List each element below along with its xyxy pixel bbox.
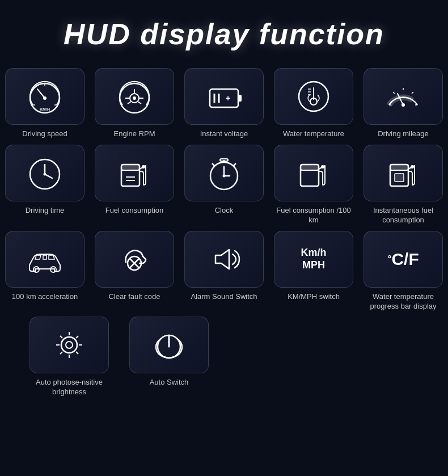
svg-text:KM/H: KM/H [40, 107, 50, 111]
water-temp-icon [294, 77, 333, 116]
km-mph-label: KM/MPH switch [288, 292, 340, 302]
driving-mileage-icon-box [364, 68, 443, 125]
feature-driving-speed: KM/H Driving speed [5, 68, 84, 139]
feature-driving-mileage: Driving mileage [364, 68, 443, 139]
svg-line-30 [393, 92, 395, 94]
svg-rect-16 [238, 95, 242, 102]
auto-brightness-icon-box [29, 317, 109, 373]
svg-point-26 [401, 103, 405, 107]
svg-line-47 [234, 163, 236, 166]
page-header: HUD display function [0, 0, 448, 62]
cf-text: C/F [391, 250, 419, 269]
water-temp-label: Water temperature [283, 129, 344, 139]
feature-driving-time: Driving time [5, 145, 84, 225]
instant-fuel-icon [383, 153, 423, 193]
speaker-icon [204, 239, 244, 279]
clock-label: Clock [215, 206, 234, 216]
feature-instant-fuel: Instantaneous fuel consumption [364, 145, 443, 225]
fuel-consumption-label: Fuel consumption [105, 206, 164, 216]
fuel-100km-icon-box [274, 145, 353, 201]
svg-point-35 [44, 172, 47, 175]
feature-clear-fault: Clear fault code [95, 231, 174, 311]
kmmph-display: Km/h MPH [301, 247, 327, 271]
stopwatch-icon [204, 153, 244, 193]
svg-line-48 [212, 163, 214, 166]
water-temp-bar-icon-box: ° C/F [364, 231, 443, 288]
instant-fuel-icon-box [364, 145, 443, 201]
feature-row-2: Driving time Fuel consumption [17, 145, 431, 225]
kmh-text: Km/h [301, 247, 327, 259]
page-title: HUD display function [11, 17, 437, 51]
svg-point-51 [321, 165, 324, 169]
km-mph-icon-box: Km/h MPH [274, 231, 353, 288]
speedometer-icon: KM/H [25, 77, 65, 116]
fuel-100km-label: Fuel consumption /100 km [274, 206, 353, 225]
water-temp-icon-box [274, 68, 353, 125]
svg-point-60 [66, 342, 73, 348]
features-grid: KM/H Driving speed [0, 62, 448, 414]
water-temp-bar-label: Water temperature progress bar display [364, 292, 443, 311]
clock-icon [25, 153, 65, 193]
fuel-icon [115, 153, 154, 193]
feature-engine-rpm: Engine RPM [95, 68, 174, 139]
svg-line-65 [60, 336, 62, 338]
feature-water-temp: Water temperature [274, 68, 353, 139]
svg-point-9 [133, 96, 136, 100]
car-icon [25, 239, 65, 279]
svg-point-59 [61, 337, 77, 353]
driving-speed-label: Driving speed [22, 129, 67, 139]
feature-fuel-100km: Fuel consumption /100 km [274, 145, 353, 225]
rpm-icon [115, 77, 154, 116]
battery-icon: + [204, 77, 244, 116]
feature-clock: Clock [184, 145, 264, 225]
svg-rect-37 [121, 165, 140, 170]
svg-rect-50 [301, 165, 319, 170]
svg-rect-55 [395, 174, 404, 182]
mileage-icon [383, 77, 423, 116]
driving-mileage-label: Driving mileage [378, 129, 429, 139]
feature-water-temp-bar: ° C/F Water temperature progress bar dis… [364, 231, 443, 311]
cf-display: ° C/F [387, 250, 419, 269]
fault-icon [115, 239, 154, 279]
feature-row-4: Auto photose-nsitive brightness Auto Swi… [17, 317, 431, 397]
svg-text:+: + [226, 94, 230, 103]
mph-text: MPH [302, 259, 325, 272]
instant-voltage-icon-box: + [184, 68, 264, 125]
feature-instant-voltage: + Instant voltage [184, 68, 264, 139]
svg-line-12 [138, 102, 141, 104]
feature-fuel-consumption: Fuel consumption [95, 145, 174, 225]
engine-rpm-label: Engine RPM [114, 129, 155, 139]
clock-stopwatch-icon-box [184, 145, 264, 201]
instant-voltage-label: Instant voltage [200, 129, 248, 139]
feature-100km-accel: 100 km acceleration [5, 231, 84, 311]
instant-fuel-label: Instantaneous fuel consumption [364, 206, 443, 225]
alarm-sound-label: Alarm Sound Switch [191, 292, 257, 302]
svg-line-31 [412, 92, 413, 94]
brightness-icon [49, 325, 89, 365]
svg-line-1 [37, 89, 45, 98]
fuel-100km-icon [294, 153, 333, 193]
degree-text: ° [387, 253, 391, 265]
svg-line-66 [76, 352, 78, 354]
svg-point-38 [142, 165, 145, 169]
fuel-consumption-icon-box [95, 145, 174, 201]
driving-speed-icon-box: KM/H [5, 68, 84, 125]
clear-fault-icon-box [95, 231, 174, 288]
feature-auto-brightness: Auto photose-nsitive brightness [29, 317, 109, 397]
svg-point-54 [411, 165, 414, 169]
100km-accel-label: 100 km acceleration [12, 292, 78, 302]
auto-brightness-label: Auto photose-nsitive brightness [29, 378, 109, 397]
100km-accel-icon-box [5, 231, 84, 288]
feature-row-1: KM/H Driving speed [17, 68, 431, 139]
driving-time-icon-box [5, 145, 84, 201]
svg-line-67 [76, 336, 78, 338]
auto-switch-label: Auto Switch [150, 378, 189, 387]
feature-alarm-sound: Alarm Sound Switch [184, 231, 264, 311]
feature-auto-switch: Auto Switch [129, 317, 209, 397]
power-icon [149, 325, 189, 365]
feature-row-3: 100 km acceleration Clear fault code [17, 231, 431, 311]
svg-line-13 [128, 102, 131, 104]
auto-switch-icon-box [129, 317, 209, 373]
driving-time-label: Driving time [26, 206, 65, 216]
svg-line-68 [60, 352, 62, 354]
